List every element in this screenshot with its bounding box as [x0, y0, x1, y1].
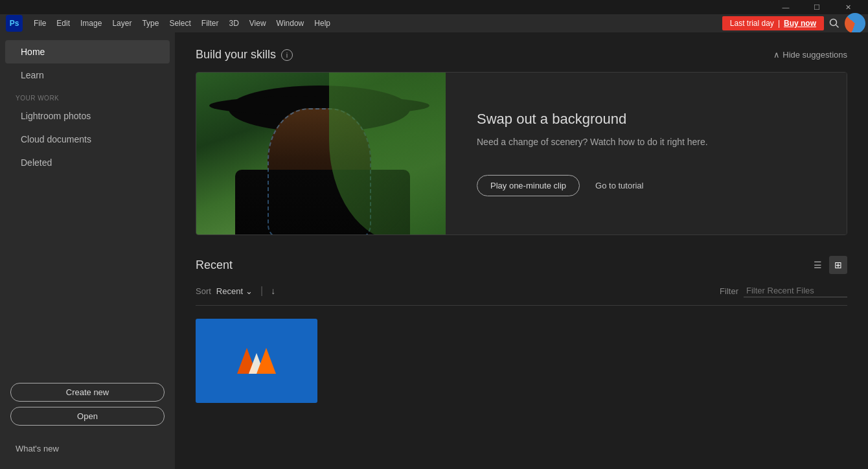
skills-title-group: Build your skills i — [196, 48, 293, 62]
info-icon[interactable]: i — [281, 49, 293, 61]
svg-line-1 — [836, 25, 839, 28]
menu-filter[interactable]: Filter — [196, 16, 224, 30]
feature-title: Swap out a background — [477, 111, 816, 128]
sort-direction-button[interactable]: ↓ — [271, 286, 275, 296]
feature-content: Swap out a background Need a change of s… — [446, 73, 847, 234]
menu-select[interactable]: Select — [164, 16, 196, 30]
search-button[interactable] — [824, 13, 845, 34]
content-area: Build your skills i ∧ Hide suggestions — [175, 32, 868, 469]
search-icon — [829, 18, 839, 29]
menu-edit[interactable]: Edit — [51, 16, 75, 30]
mui-thumbnail — [196, 319, 317, 403]
minimize-button[interactable]: — — [771, 0, 801, 14]
play-clip-button[interactable]: Play one-minute clip — [477, 175, 580, 196]
menu-view[interactable]: View — [244, 16, 271, 30]
sidebar-item-cloud[interactable]: Cloud documents — [5, 128, 170, 151]
create-new-button[interactable]: Create new — [10, 383, 165, 402]
maximize-button[interactable]: ☐ — [802, 0, 832, 14]
skills-header: Build your skills i ∧ Hide suggestions — [196, 48, 847, 62]
sidebar-bottom: What's new — [0, 436, 175, 461]
recent-title: Recent — [196, 258, 233, 272]
menu-3d[interactable]: 3D — [223, 16, 244, 30]
filter-input[interactable] — [744, 284, 847, 297]
sidebar: Home Learn YOUR WORK Lightroom photos Cl… — [0, 32, 175, 469]
thumbnail-image — [196, 319, 317, 403]
chevron-up-icon: ∧ — [773, 50, 780, 60]
trial-label: Last trial day — [730, 19, 774, 28]
sidebar-your-work-label: YOUR WORK — [0, 87, 175, 104]
close-button[interactable]: ✕ — [833, 0, 863, 14]
thumbnails-grid — [196, 319, 847, 403]
trial-divider: | — [778, 19, 780, 28]
open-button[interactable]: Open — [10, 407, 165, 426]
feature-image — [196, 73, 446, 234]
sort-value: Recent — [216, 286, 243, 296]
menu-help[interactable]: Help — [309, 16, 336, 30]
hide-suggestions-button[interactable]: ∧ Hide suggestions — [773, 50, 847, 60]
skills-title-text: Build your skills — [196, 48, 276, 62]
feature-description: Need a change of scenery? Watch how to d… — [477, 135, 816, 149]
menu-window[interactable]: Window — [271, 16, 310, 30]
menu-type[interactable]: Type — [137, 16, 164, 30]
buy-now-link[interactable]: Buy now — [784, 19, 816, 28]
whats-new-link[interactable]: What's new — [16, 444, 159, 453]
svg-point-0 — [830, 19, 837, 26]
avatar[interactable] — [845, 13, 865, 34]
sidebar-item-lightroom[interactable]: Lightroom photos — [5, 104, 170, 128]
list-item[interactable] — [196, 319, 317, 403]
sidebar-item-home[interactable]: Home — [5, 40, 170, 63]
hide-suggestions-label: Hide suggestions — [782, 50, 847, 60]
trial-button[interactable]: Last trial day | Buy now — [722, 16, 824, 30]
menu-file[interactable]: File — [29, 16, 51, 30]
ps-logo: Ps — [3, 14, 26, 32]
menu-bar: Ps File Edit Image Layer Type Select Fil… — [0, 14, 868, 32]
sort-divider: | — [260, 285, 263, 297]
filter-label: Filter — [720, 286, 738, 296]
sidebar-item-learn[interactable]: Learn — [5, 63, 170, 87]
feature-card: Swap out a background Need a change of s… — [196, 72, 847, 235]
title-bar: — ☐ ✕ — [0, 0, 868, 14]
sort-label: Sort — [196, 286, 211, 296]
filter-section: Filter — [720, 284, 847, 297]
ps-icon: Ps — [6, 15, 23, 32]
chevron-down-icon: ⌄ — [246, 286, 253, 296]
sort-row: Sort Recent ⌄ | ↓ Filter — [196, 284, 847, 306]
recent-header: Recent ☰ ⊞ — [196, 256, 847, 274]
tutorial-link[interactable]: Go to tutorial — [595, 181, 643, 190]
menu-layer[interactable]: Layer — [107, 16, 137, 30]
main-layout: Home Learn YOUR WORK Lightroom photos Cl… — [0, 32, 868, 469]
window-controls[interactable]: — ☐ ✕ — [771, 0, 863, 14]
list-view-button[interactable]: ☰ — [808, 256, 827, 274]
menu-image[interactable]: Image — [75, 16, 107, 30]
mui-logo — [237, 341, 276, 380]
sort-select[interactable]: Recent ⌄ — [216, 286, 253, 296]
feature-actions: Play one-minute clip Go to tutorial — [477, 175, 816, 196]
sidebar-item-deleted[interactable]: Deleted — [5, 151, 170, 174]
grid-view-button[interactable]: ⊞ — [829, 256, 847, 274]
view-toggles: ☰ ⊞ — [808, 256, 847, 274]
